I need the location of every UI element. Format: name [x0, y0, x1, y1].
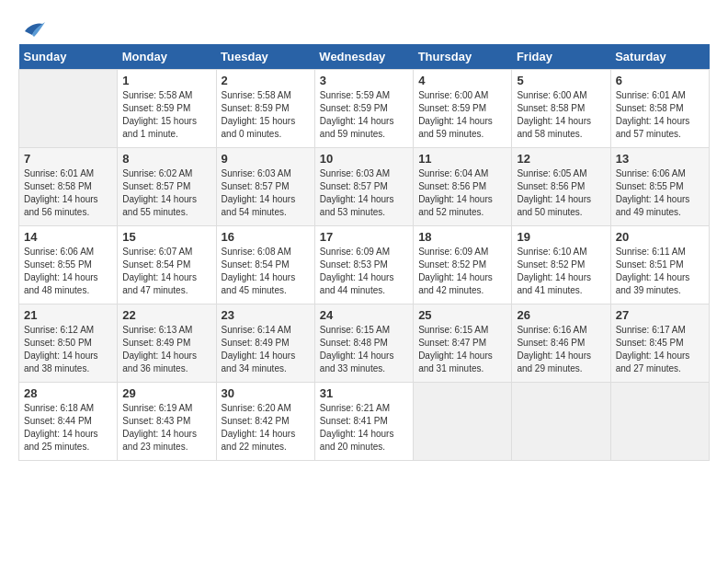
day-info: Sunrise: 6:01 AM Sunset: 8:58 PM Dayligh…: [24, 167, 112, 219]
calendar-cell: 1Sunrise: 5:58 AM Sunset: 8:59 PM Daylig…: [118, 70, 216, 148]
day-info: Sunrise: 6:07 AM Sunset: 8:54 PM Dayligh…: [122, 246, 210, 297]
day-info: Sunrise: 6:03 AM Sunset: 8:57 PM Dayligh…: [320, 167, 408, 219]
calendar-cell: 10Sunrise: 6:03 AM Sunset: 8:57 PM Dayli…: [314, 148, 413, 226]
logo: [18, 18, 47, 35]
day-info: Sunrise: 6:18 AM Sunset: 8:44 PM Dayligh…: [24, 402, 112, 454]
day-number: 11: [418, 152, 506, 166]
calendar-week-row: 14Sunrise: 6:06 AM Sunset: 8:55 PM Dayli…: [19, 226, 710, 304]
calendar-table: SundayMondayTuesdayWednesdayThursdayFrid…: [18, 44, 710, 461]
calendar-cell: 16Sunrise: 6:08 AM Sunset: 8:54 PM Dayli…: [216, 226, 314, 304]
calendar-week-row: 21Sunrise: 6:12 AM Sunset: 8:50 PM Dayli…: [19, 304, 710, 383]
calendar-cell: 12Sunrise: 6:05 AM Sunset: 8:56 PM Dayli…: [512, 148, 610, 226]
calendar-cell: 25Sunrise: 6:15 AM Sunset: 8:47 PM Dayli…: [414, 304, 512, 383]
day-info: Sunrise: 6:02 AM Sunset: 8:57 PM Dayligh…: [122, 167, 210, 219]
day-number: 27: [616, 308, 704, 322]
day-number: 18: [418, 230, 506, 244]
day-info: Sunrise: 6:03 AM Sunset: 8:57 PM Dayligh…: [222, 167, 310, 219]
day-info: Sunrise: 6:06 AM Sunset: 8:55 PM Dayligh…: [24, 246, 112, 297]
calendar-cell: 17Sunrise: 6:09 AM Sunset: 8:53 PM Dayli…: [314, 226, 413, 304]
calendar-cell: 3Sunrise: 5:59 AM Sunset: 8:59 PM Daylig…: [314, 70, 413, 148]
day-number: 31: [320, 386, 408, 400]
calendar-cell: 14Sunrise: 6:06 AM Sunset: 8:55 PM Dayli…: [19, 226, 118, 304]
calendar-cell: [414, 383, 512, 461]
day-number: 10: [320, 152, 408, 166]
calendar-cell: 19Sunrise: 6:10 AM Sunset: 8:52 PM Dayli…: [512, 226, 610, 304]
calendar-cell: 18Sunrise: 6:09 AM Sunset: 8:52 PM Dayli…: [414, 226, 512, 304]
calendar-week-row: 1Sunrise: 5:58 AM Sunset: 8:59 PM Daylig…: [19, 70, 710, 148]
calendar-cell: 23Sunrise: 6:14 AM Sunset: 8:49 PM Dayli…: [216, 304, 314, 383]
day-number: 15: [122, 230, 210, 244]
calendar-cell: 4Sunrise: 6:00 AM Sunset: 8:59 PM Daylig…: [414, 70, 512, 148]
day-info: Sunrise: 6:11 AM Sunset: 8:51 PM Dayligh…: [616, 246, 704, 297]
day-number: 8: [122, 152, 210, 166]
calendar-cell: 21Sunrise: 6:12 AM Sunset: 8:50 PM Dayli…: [19, 304, 118, 383]
logo-bird-icon: [21, 18, 47, 39]
day-number: 24: [320, 308, 408, 322]
page-header: [18, 18, 710, 35]
header-sunday: Sunday: [19, 44, 118, 70]
day-info: Sunrise: 6:15 AM Sunset: 8:48 PM Dayligh…: [320, 324, 408, 375]
header-monday: Monday: [118, 44, 216, 70]
day-info: Sunrise: 6:21 AM Sunset: 8:41 PM Dayligh…: [320, 402, 408, 454]
day-info: Sunrise: 6:09 AM Sunset: 8:53 PM Dayligh…: [320, 246, 408, 297]
day-info: Sunrise: 6:04 AM Sunset: 8:56 PM Dayligh…: [418, 167, 506, 219]
calendar-cell: 15Sunrise: 6:07 AM Sunset: 8:54 PM Dayli…: [118, 226, 216, 304]
day-info: Sunrise: 6:10 AM Sunset: 8:52 PM Dayligh…: [517, 246, 605, 297]
day-number: 6: [616, 74, 704, 87]
day-number: 20: [616, 230, 704, 244]
calendar-week-row: 7Sunrise: 6:01 AM Sunset: 8:58 PM Daylig…: [19, 148, 710, 226]
day-number: 1: [122, 74, 210, 87]
day-info: Sunrise: 6:01 AM Sunset: 8:58 PM Dayligh…: [616, 89, 704, 141]
calendar-cell: 13Sunrise: 6:06 AM Sunset: 8:55 PM Dayli…: [610, 148, 709, 226]
header-thursday: Thursday: [414, 44, 512, 70]
day-info: Sunrise: 6:16 AM Sunset: 8:46 PM Dayligh…: [517, 324, 605, 375]
calendar-cell: 6Sunrise: 6:01 AM Sunset: 8:58 PM Daylig…: [610, 70, 709, 148]
header-wednesday: Wednesday: [314, 44, 413, 70]
calendar-cell: 20Sunrise: 6:11 AM Sunset: 8:51 PM Dayli…: [610, 226, 709, 304]
day-info: Sunrise: 6:08 AM Sunset: 8:54 PM Dayligh…: [222, 246, 310, 297]
calendar-cell: 27Sunrise: 6:17 AM Sunset: 8:45 PM Dayli…: [610, 304, 709, 383]
day-number: 17: [320, 230, 408, 244]
day-number: 25: [418, 308, 506, 322]
day-number: 30: [222, 386, 310, 400]
calendar-cell: 30Sunrise: 6:20 AM Sunset: 8:42 PM Dayli…: [216, 383, 314, 461]
day-info: Sunrise: 5:58 AM Sunset: 8:59 PM Dayligh…: [222, 89, 310, 141]
day-info: Sunrise: 6:12 AM Sunset: 8:50 PM Dayligh…: [24, 324, 112, 375]
day-number: 21: [24, 308, 112, 322]
calendar-cell: 26Sunrise: 6:16 AM Sunset: 8:46 PM Dayli…: [512, 304, 610, 383]
calendar-cell: [512, 383, 610, 461]
day-number: 13: [616, 152, 704, 166]
header-saturday: Saturday: [610, 44, 709, 70]
day-number: 26: [517, 308, 605, 322]
day-info: Sunrise: 6:09 AM Sunset: 8:52 PM Dayligh…: [418, 246, 506, 297]
day-info: Sunrise: 6:05 AM Sunset: 8:56 PM Dayligh…: [517, 167, 605, 219]
day-info: Sunrise: 6:19 AM Sunset: 8:43 PM Dayligh…: [122, 402, 210, 454]
day-number: 2: [222, 74, 310, 87]
calendar-cell: 7Sunrise: 6:01 AM Sunset: 8:58 PM Daylig…: [19, 148, 118, 226]
calendar-cell: [19, 70, 118, 148]
day-info: Sunrise: 6:15 AM Sunset: 8:47 PM Dayligh…: [418, 324, 506, 375]
day-number: 19: [517, 230, 605, 244]
calendar-cell: [610, 383, 709, 461]
day-number: 16: [222, 230, 310, 244]
day-number: 28: [24, 386, 112, 400]
calendar-cell: 22Sunrise: 6:13 AM Sunset: 8:49 PM Dayli…: [118, 304, 216, 383]
day-number: 4: [418, 74, 506, 87]
day-number: 22: [122, 308, 210, 322]
day-number: 3: [320, 74, 408, 87]
calendar-cell: 5Sunrise: 6:00 AM Sunset: 8:58 PM Daylig…: [512, 70, 610, 148]
calendar-cell: 31Sunrise: 6:21 AM Sunset: 8:41 PM Dayli…: [314, 383, 413, 461]
day-info: Sunrise: 6:00 AM Sunset: 8:59 PM Dayligh…: [418, 89, 506, 141]
calendar-cell: 29Sunrise: 6:19 AM Sunset: 8:43 PM Dayli…: [118, 383, 216, 461]
calendar-cell: 28Sunrise: 6:18 AM Sunset: 8:44 PM Dayli…: [19, 383, 118, 461]
header-friday: Friday: [512, 44, 610, 70]
day-info: Sunrise: 6:14 AM Sunset: 8:49 PM Dayligh…: [222, 324, 310, 375]
day-info: Sunrise: 6:00 AM Sunset: 8:58 PM Dayligh…: [517, 89, 605, 141]
calendar-cell: 11Sunrise: 6:04 AM Sunset: 8:56 PM Dayli…: [414, 148, 512, 226]
calendar-cell: 2Sunrise: 5:58 AM Sunset: 8:59 PM Daylig…: [216, 70, 314, 148]
day-info: Sunrise: 5:58 AM Sunset: 8:59 PM Dayligh…: [122, 89, 210, 141]
calendar-header-row: SundayMondayTuesdayWednesdayThursdayFrid…: [19, 44, 710, 70]
header-tuesday: Tuesday: [216, 44, 314, 70]
day-info: Sunrise: 6:06 AM Sunset: 8:55 PM Dayligh…: [616, 167, 704, 219]
day-number: 5: [517, 74, 605, 87]
